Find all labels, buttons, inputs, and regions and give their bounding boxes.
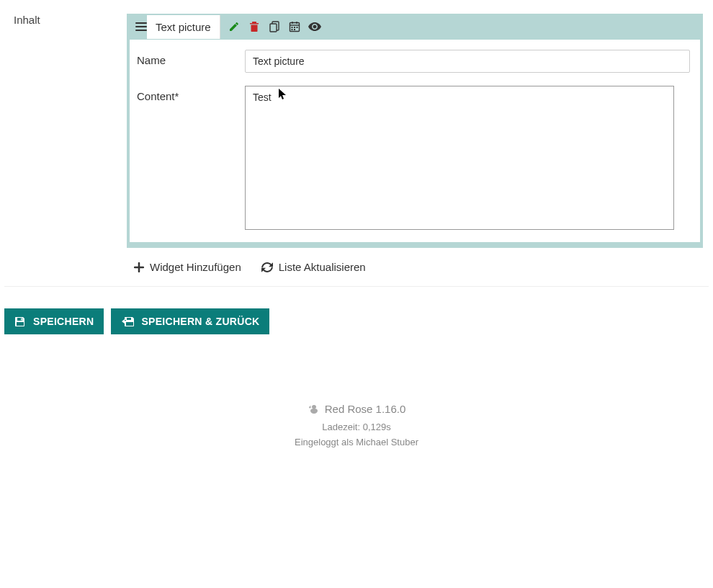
- add-widget-label: Widget Hinzufügen: [150, 261, 241, 273]
- footer: Red Rose 1.16.0 Ladezeit: 0,129s Eingelo…: [0, 401, 713, 450]
- app-logo-icon: [308, 404, 320, 415]
- name-input[interactable]: [245, 50, 690, 73]
- drag-handle-icon[interactable]: [130, 22, 147, 32]
- widget-panel: Text picture: [127, 14, 703, 248]
- footer-user: Eingeloggt als Michael Stuber: [0, 435, 713, 450]
- save-back-button[interactable]: SPEICHERN & ZURÜCK: [111, 308, 269, 334]
- section-heading: Inhalt: [0, 14, 127, 26]
- plus-icon: [134, 262, 144, 272]
- svg-rect-6: [270, 24, 277, 32]
- add-widget-button[interactable]: Widget Hinzufügen: [134, 261, 241, 273]
- refresh-list-label: Liste Aktualisieren: [279, 261, 366, 273]
- content-label: Content*: [137, 86, 245, 102]
- save-button[interactable]: SPEICHERN: [4, 308, 104, 334]
- refresh-list-button[interactable]: Liste Aktualisieren: [261, 261, 366, 273]
- save-back-button-label: SPEICHERN & ZURÜCK: [141, 316, 259, 327]
- calendar-icon[interactable]: [288, 20, 301, 33]
- widget-tab[interactable]: Text picture: [147, 15, 220, 39]
- trash-icon[interactable]: [248, 20, 261, 33]
- content-textarea[interactable]: [245, 86, 674, 230]
- footer-app: Red Rose 1.16.0: [325, 401, 406, 418]
- save-back-icon: [121, 316, 134, 327]
- svg-rect-14: [291, 29, 292, 30]
- svg-rect-12: [294, 27, 295, 28]
- footer-loadtime: Ladezeit: 0,129s: [0, 420, 713, 435]
- svg-rect-13: [296, 27, 297, 28]
- refresh-icon: [261, 262, 273, 272]
- svg-rect-11: [291, 27, 292, 28]
- name-label: Name: [137, 50, 245, 66]
- widget-body: Name Content*: [130, 40, 700, 242]
- edit-icon[interactable]: [228, 20, 241, 33]
- eye-icon[interactable]: [308, 20, 321, 33]
- save-icon: [14, 316, 26, 327]
- svg-rect-15: [294, 29, 295, 30]
- widget-header: Text picture: [130, 14, 700, 40]
- copy-icon[interactable]: [268, 20, 281, 33]
- save-button-label: SPEICHERN: [33, 316, 94, 327]
